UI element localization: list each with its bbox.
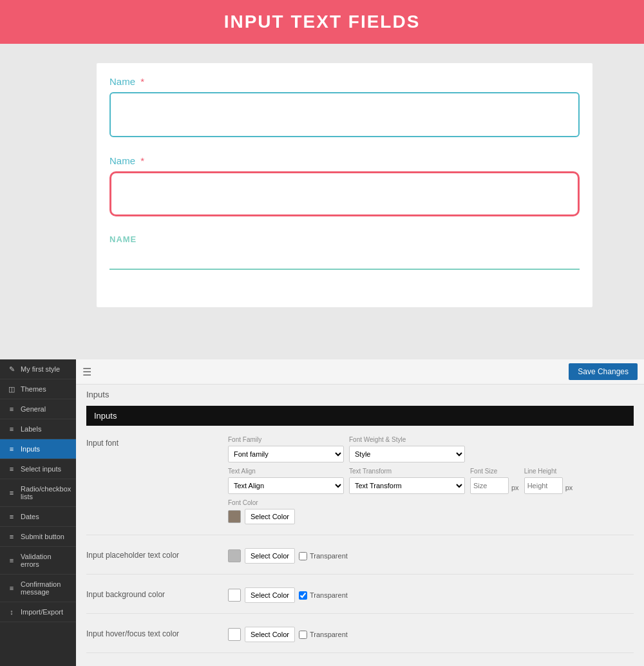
background-transparent-checkbox[interactable] bbox=[299, 591, 307, 600]
font-color-row: Select Color bbox=[228, 509, 295, 524]
input-underline-wrapper bbox=[109, 248, 580, 270]
line-height-label: Line Height bbox=[524, 468, 573, 475]
sidebar-item-labels[interactable]: ≡ Labels bbox=[0, 419, 76, 439]
setting-row-hover-text-color: Input hover/focus text color Select Colo… bbox=[86, 627, 634, 653]
font-row-3: Font Size px Line Height px bbox=[470, 468, 573, 494]
page-header: INPUT TEXT FIELDS bbox=[0, 0, 644, 44]
toolbar: ☰ Save Changes bbox=[76, 359, 644, 385]
text-align-group: Text Align Text Align bbox=[228, 468, 344, 494]
sidebar-item-validation-errors[interactable]: ≡ Validation errors bbox=[0, 547, 76, 575]
select-inputs-icon: ≡ bbox=[6, 465, 17, 473]
save-changes-button[interactable]: Save Changes bbox=[569, 363, 638, 380]
setting-row-placeholder-color: Input placeholder text color Select Colo… bbox=[86, 548, 634, 575]
font-row-1: Font Family Font family Font Weight & St… bbox=[228, 436, 465, 462]
sidebar-item-submit-button[interactable]: ≡ Submit button bbox=[0, 527, 76, 547]
general-icon: ≡ bbox=[6, 405, 17, 413]
placeholder-color-select-button[interactable]: Select Color bbox=[245, 548, 295, 564]
hover-text-color-controls: Select Color Transparent bbox=[228, 627, 634, 642]
inputs-tab-bar: Inputs bbox=[86, 406, 634, 426]
preview-card: Name * Name * NAME bbox=[97, 63, 592, 307]
preview-input-red[interactable] bbox=[109, 171, 580, 216]
setting-label-input-font: Input font bbox=[86, 436, 228, 448]
text-align-select[interactable]: Text Align bbox=[228, 477, 344, 494]
pencil-icon: ✎ bbox=[6, 365, 17, 373]
background-transparent-row: Transparent bbox=[299, 591, 348, 600]
placeholder-color-controls: Select Color Transparent bbox=[228, 548, 634, 564]
submit-icon: ≡ bbox=[6, 533, 17, 540]
sidebar-item-inputs[interactable]: ≡ Inputs bbox=[0, 439, 76, 459]
sidebar-item-dates[interactable]: ≡ Dates bbox=[0, 507, 76, 527]
sidebar-label-themes: Themes bbox=[21, 385, 46, 393]
font-color-select-button[interactable]: Select Color bbox=[245, 509, 295, 524]
font-weight-select[interactable]: Style bbox=[349, 446, 465, 462]
sidebar-item-radio-checkbox[interactable]: ≡ Radio/checkbox lists bbox=[0, 479, 76, 507]
sidebar-item-import-export[interactable]: ↕ Import/Export bbox=[0, 602, 76, 622]
sidebar-item-confirmation-message[interactable]: ≡ Confirmation message bbox=[0, 575, 76, 602]
font-size-px: px bbox=[511, 480, 519, 491]
sidebar-label-select-inputs: Select inputs bbox=[21, 465, 61, 473]
font-color-group: Font Color Select Color bbox=[228, 499, 295, 524]
hover-text-color-select-button[interactable]: Select Color bbox=[245, 627, 295, 642]
sidebar: ✎ My first style ◫ Themes ≡ General ≡ La… bbox=[0, 359, 76, 666]
settings-content: Inputs Inputs Input font Font Family Fon… bbox=[76, 385, 644, 666]
font-weight-group: Font Weight & Style Style bbox=[349, 436, 465, 462]
font-size-row: px bbox=[470, 477, 519, 494]
hover-text-color-swatch bbox=[228, 628, 241, 641]
text-transform-label: Text Transform bbox=[349, 468, 465, 475]
main-content: ☰ Save Changes Inputs Inputs Input font … bbox=[76, 359, 644, 666]
sidebar-item-themes[interactable]: ◫ Themes bbox=[0, 379, 76, 399]
font-row-2: Text Align Text Align Text Transform Tex… bbox=[228, 468, 465, 494]
inputs-icon: ≡ bbox=[6, 445, 17, 453]
sidebar-label-general: General bbox=[21, 405, 46, 413]
preview-input-underline[interactable] bbox=[109, 248, 580, 266]
text-transform-select[interactable]: Text Transform bbox=[349, 477, 465, 494]
field-group-3: NAME bbox=[109, 234, 580, 270]
toolbar-menu-icon: ☰ bbox=[82, 366, 91, 378]
bottom-panel: ✎ My first style ◫ Themes ≡ General ≡ La… bbox=[0, 359, 644, 666]
font-family-group: Font Family Font family bbox=[228, 436, 344, 462]
validation-icon: ≡ bbox=[6, 557, 17, 564]
required-asterisk-2: * bbox=[140, 155, 144, 166]
placeholder-transparent-label: Transparent bbox=[310, 552, 348, 560]
setting-row-input-font: Input font Font Family Font family Font … bbox=[86, 436, 634, 535]
setting-label-background-color: Input background color bbox=[86, 587, 228, 599]
background-color-select-button[interactable]: Select Color bbox=[245, 587, 295, 603]
line-height-row: px bbox=[524, 477, 573, 494]
radio-icon: ≡ bbox=[6, 489, 17, 497]
sidebar-label-labels: Labels bbox=[21, 425, 41, 433]
placeholder-color-row: Select Color Transparent bbox=[228, 548, 348, 564]
sidebar-item-select-inputs[interactable]: ≡ Select inputs bbox=[0, 459, 76, 479]
font-family-select[interactable]: Font family bbox=[228, 446, 344, 462]
preview-area: Name * Name * NAME bbox=[0, 44, 644, 359]
inputs-tab-label: Inputs bbox=[94, 411, 117, 421]
font-size-group: Font Size px bbox=[470, 468, 519, 494]
sidebar-label-inputs: Inputs bbox=[21, 445, 40, 453]
font-controls: Font Family Font family Font Weight & St… bbox=[228, 436, 634, 524]
font-size-label: Font Size bbox=[470, 468, 519, 475]
font-row-4: Font Color Select Color bbox=[228, 499, 295, 524]
line-height-input[interactable] bbox=[524, 477, 563, 494]
preview-input-blue[interactable] bbox=[109, 92, 580, 137]
background-color-swatch bbox=[228, 589, 241, 602]
hover-text-transparent-checkbox[interactable] bbox=[299, 631, 307, 639]
text-transform-group: Text Transform Text Transform bbox=[349, 468, 465, 494]
placeholder-transparent-checkbox[interactable] bbox=[299, 552, 307, 560]
placeholder-color-swatch bbox=[228, 549, 241, 562]
labels-icon: ≡ bbox=[6, 425, 17, 433]
sidebar-label-validation: Validation errors bbox=[21, 553, 70, 568]
font-color-label: Font Color bbox=[228, 499, 295, 506]
section-heading: Inputs bbox=[86, 385, 634, 399]
setting-label-hover-text-color: Input hover/focus text color bbox=[86, 627, 228, 638]
background-transparent-label: Transparent bbox=[310, 591, 348, 599]
sidebar-label-dates: Dates bbox=[21, 513, 39, 520]
sidebar-item-general[interactable]: ≡ General bbox=[0, 399, 76, 419]
sidebar-item-my-first-style[interactable]: ✎ My first style bbox=[0, 359, 76, 379]
sidebar-label-submit: Submit button bbox=[21, 533, 64, 540]
font-weight-label: Font Weight & Style bbox=[349, 436, 465, 443]
font-color-swatch bbox=[228, 510, 241, 523]
placeholder-transparent-row: Transparent bbox=[299, 552, 348, 560]
font-size-input[interactable] bbox=[470, 477, 509, 494]
setting-label-placeholder-color: Input placeholder text color bbox=[86, 548, 228, 560]
text-align-label: Text Align bbox=[228, 468, 344, 475]
field-group-2: Name * bbox=[109, 155, 580, 216]
